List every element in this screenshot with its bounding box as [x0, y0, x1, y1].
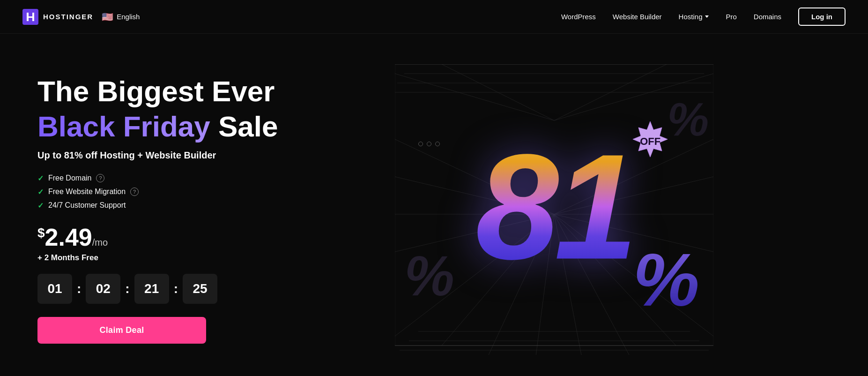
feature-item-migration: ✓ Free Website Migration ?: [37, 188, 278, 196]
countdown-sep-1: :: [77, 281, 81, 296]
info-icon-migration[interactable]: ?: [130, 188, 139, 196]
nav-pro[interactable]: Pro: [726, 13, 736, 21]
black-friday-text: Black Friday: [37, 110, 210, 143]
off-badge: OFF: [629, 120, 671, 163]
login-button[interactable]: Log in: [798, 8, 846, 26]
starburst: OFF: [629, 120, 671, 163]
countdown-minutes: 02: [86, 274, 120, 304]
claim-deal-button[interactable]: Claim Deal: [37, 317, 206, 344]
nav-wordpress[interactable]: WordPress: [561, 13, 596, 21]
hero-section: The Biggest Ever Black Friday Sale Up to…: [0, 34, 868, 376]
logo-text: HOSTINGER: [43, 13, 93, 21]
big-number-81: 81: [475, 132, 633, 282]
sale-text: Sale: [210, 110, 278, 143]
ghost-percent-left: %: [404, 243, 454, 308]
nav-left: HOSTINGER 🇺🇸 English: [22, 9, 140, 25]
chevron-down-icon: [705, 15, 709, 18]
dot-1: [418, 142, 423, 146]
big-percent-sign: %: [633, 242, 699, 317]
nav-domains[interactable]: Domains: [754, 13, 781, 21]
price-value: 2.49: [45, 224, 92, 251]
dot-3: [435, 142, 440, 146]
hero-subtitle: Up to 81% off Hosting + Website Builder: [37, 150, 278, 161]
countdown-hours: 01: [37, 274, 72, 304]
perspective-container: % % 81 % OFF: [395, 64, 713, 355]
info-icon-domain[interactable]: ?: [96, 174, 104, 182]
countdown-sep-3: :: [174, 281, 178, 296]
flag-icon: 🇺🇸: [102, 11, 113, 23]
feature-item-domain: ✓ Free Domain ?: [37, 174, 278, 183]
ghost-percent-top-right: %: [667, 92, 709, 146]
price-bonus: + 2 Months Free: [37, 253, 278, 263]
price-dollar: $: [37, 225, 45, 240]
price-display: $2.49/mo: [37, 224, 108, 251]
language-label: English: [117, 13, 140, 21]
price-wrap: $2.49/mo: [37, 225, 278, 249]
feature-migration-label: Free Website Migration: [48, 188, 126, 196]
hero-right-visual: % % 81 % OFF: [278, 64, 831, 355]
features-list: ✓ Free Domain ? ✓ Free Website Migration…: [37, 174, 278, 210]
logo[interactable]: HOSTINGER: [22, 9, 93, 25]
hero-title-line2: Black Friday Sale: [37, 111, 278, 143]
nav-hosting[interactable]: Hosting: [679, 13, 709, 21]
dot-2: [427, 142, 431, 146]
feature-item-support: ✓ 24/7 Customer Support: [37, 201, 278, 210]
hero-left-content: The Biggest Ever Black Friday Sale Up to…: [37, 75, 278, 343]
check-icon-support: ✓: [37, 201, 44, 210]
feature-support-label: 24/7 Customer Support: [48, 201, 126, 210]
countdown-timer: 01 : 02 : 21 : 25: [37, 274, 278, 304]
hostinger-logo-icon: [22, 9, 38, 25]
dots-decoration: [418, 142, 440, 146]
off-label: OFF: [640, 136, 660, 147]
hero-title-line1: The Biggest Ever: [37, 75, 278, 107]
countdown-seconds: 21: [134, 274, 169, 304]
countdown-milliseconds: 25: [183, 274, 217, 304]
check-icon-migration: ✓: [37, 188, 44, 196]
price-period: /mo: [92, 237, 108, 248]
nav-right: WordPress Website Builder Hosting Pro Do…: [561, 8, 846, 26]
feature-domain-label: Free Domain: [48, 174, 91, 182]
check-icon-domain: ✓: [37, 174, 44, 183]
nav-website-builder[interactable]: Website Builder: [613, 13, 662, 21]
countdown-sep-2: :: [125, 281, 129, 296]
language-selector[interactable]: 🇺🇸 English: [102, 11, 140, 23]
navbar: HOSTINGER 🇺🇸 English WordPress Website B…: [0, 0, 868, 34]
